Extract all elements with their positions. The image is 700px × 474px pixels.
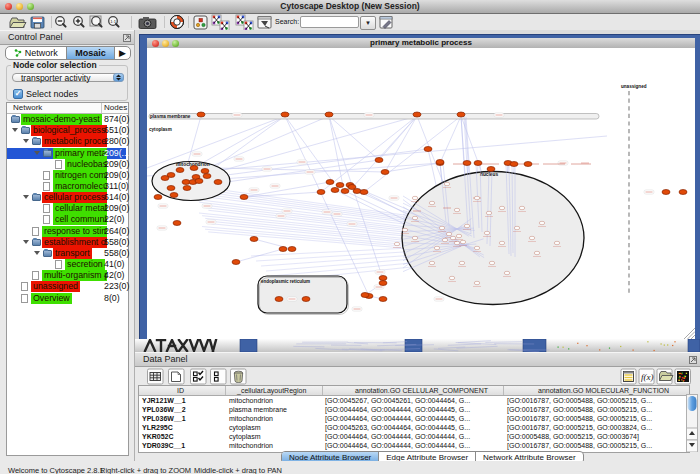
svg-text:endoplasmic reticulum: endoplasmic reticulum — [261, 279, 310, 284]
svg-text:1:1: 1:1 — [110, 19, 116, 24]
svg-text:plasma membrane: plasma membrane — [150, 114, 191, 119]
svg-text:f(x): f(x) — [641, 372, 654, 382]
svg-text:nucleus: nucleus — [480, 172, 498, 177]
svg-text:unassigned: unassigned — [621, 84, 647, 89]
svg-text:cytoplasm: cytoplasm — [149, 127, 172, 132]
